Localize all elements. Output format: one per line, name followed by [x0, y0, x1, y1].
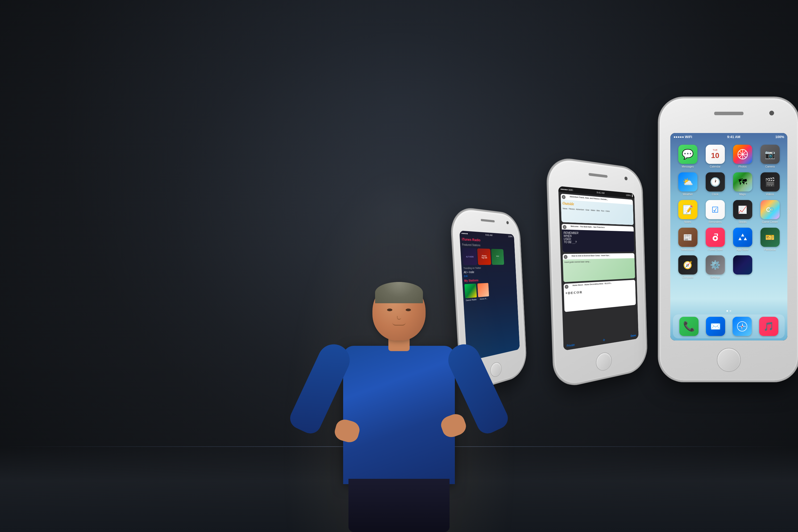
app-gamecenter[interactable]: Game Center — [756, 198, 784, 226]
tab-preview-outside: Outside News · Fitness · Adventure · Gea… — [561, 199, 633, 225]
app-newsstand[interactable]: 📰 Newsstand — [674, 226, 701, 253]
app-label-messages: Messages — [682, 165, 694, 168]
dock-icon-mail: ✉️ — [706, 317, 725, 336]
tab-close-everest[interactable]: ✕ — [564, 255, 567, 259]
presenter-nose — [397, 316, 401, 320]
app-icon-settings: ⚙️ — [706, 255, 725, 274]
safari-battery: 100% ▐ — [626, 194, 633, 197]
safari-tab-elle[interactable]: ✕ Home Decor - Home Decorating Ideas - E… — [564, 280, 636, 312]
app-itunes[interactable]: iTunes Store — [701, 226, 729, 253]
app-icon-reminders: ☑ — [706, 200, 725, 219]
app-settings[interactable]: ⚙️ Settings — [701, 253, 729, 281]
app-icon-photos — [733, 145, 752, 164]
app-label-maps: Maps — [739, 193, 746, 196]
tab-title-everest: How to trek to Everest Base Camp - trave… — [572, 254, 633, 257]
itunes-icon-svg — [709, 231, 721, 243]
app-photos[interactable]: Photos — [729, 142, 756, 170]
app-label-notes: Notes — [684, 221, 691, 224]
app-icon-gamecenter — [760, 200, 780, 219]
dock-music[interactable]: 🎵 — [759, 317, 778, 336]
ios-signal: ●●●●● WiFi — [673, 135, 692, 139]
app-label-calendar: Calendar — [710, 165, 721, 168]
app-icon-maps: 🗺 — [733, 172, 752, 191]
dock-icon-music: 🎵 — [759, 317, 778, 336]
person-body — [319, 292, 479, 532]
app-icon-galaxy — [733, 255, 752, 274]
app-icon-passbook: 🎫 — [760, 228, 780, 247]
safari-signal: ●●●●● WiFi — [560, 188, 573, 192]
phone-speaker-left-near — [589, 173, 608, 178]
dock-icon-safari — [733, 317, 752, 336]
app-label-passbook: Passbook — [764, 248, 776, 251]
presenter-mouth — [392, 322, 406, 326]
app-appstore[interactable]: App Store — [729, 226, 756, 253]
app-label-compass: Compass — [682, 276, 693, 279]
safari-time: 9:41 AM — [597, 191, 605, 194]
safari-done[interactable]: Done — [631, 334, 636, 337]
app-icon-camera: 📷 — [760, 145, 780, 164]
safari-private[interactable]: Private — [567, 343, 575, 347]
app-label-stocks: Stocks — [738, 221, 746, 224]
app-icon-videos: 🎬 — [760, 172, 780, 191]
app-icon-empty — [760, 255, 780, 274]
tab-close-outside[interactable]: ✕ — [562, 195, 566, 199]
phone-speaker-center — [714, 112, 743, 115]
safari-plus[interactable]: + — [603, 337, 605, 343]
tab-preview-everest: travel guide everest base camp... — [563, 258, 635, 282]
phone-screen-left-near: ●●●●● WiFi 9:41 AM 100% ▐ ✕ Adventure Tr… — [558, 186, 639, 350]
app-galaxy-bg — [729, 253, 756, 281]
app-empty — [756, 253, 784, 281]
app-notes[interactable]: 📝 Notes — [674, 198, 701, 226]
app-compass[interactable]: 🧭 Compass — [674, 253, 701, 281]
app-reminders[interactable]: ☑ Reminders — [701, 198, 729, 226]
app-label-weather: Weather — [683, 193, 693, 196]
app-clock[interactable]: 🕐 Clock — [701, 170, 729, 198]
app-icon-stocks: 📈 — [733, 200, 752, 219]
svg-point-15 — [742, 326, 743, 327]
phone-screen-center: ●●●●● WiFi 9:41 AM 100% 💬 Messages — [670, 133, 787, 341]
phone-camera-left-near — [625, 177, 628, 180]
phone-home-center — [717, 348, 741, 372]
dot-1 — [726, 310, 728, 312]
safari-tab-bolditalic[interactable]: ✕ Welcome - The Bold Italic - San Franci… — [562, 224, 634, 252]
safari-tab-outside[interactable]: ✕ Adventure Travel, Gear, and Fitness | … — [561, 194, 633, 225]
tab-close-bolditalic[interactable]: ✕ — [563, 225, 567, 229]
dock-phone[interactable]: 📞 — [679, 317, 699, 336]
ios-app-grid: 💬 Messages TUE 10 Calendar — [670, 140, 787, 283]
ios-time: 9:41 AM — [727, 135, 740, 139]
app-icon-appstore — [733, 228, 752, 247]
app-calendar[interactable]: TUE 10 Calendar — [701, 142, 729, 170]
phone-left-near: ●●●●● WiFi 9:41 AM 100% ▐ ✕ Adventure Tr… — [548, 157, 646, 387]
app-weather[interactable]: ⛅ Weather — [674, 170, 701, 198]
app-icon-clock: 🕐 — [706, 172, 725, 191]
presenter-shirt — [343, 346, 455, 484]
app-label-camera: Camera — [765, 165, 775, 168]
presenter-figure — [292, 240, 506, 532]
app-label-reminders: Reminders — [709, 221, 721, 224]
photos-icon-svg — [737, 148, 748, 160]
app-maps[interactable]: 🗺 Maps — [729, 170, 756, 198]
svg-marker-12 — [742, 323, 743, 326]
app-label-gamecenter: Game Center — [762, 221, 778, 224]
safari-dock-svg — [736, 321, 748, 332]
safari-tab-everest[interactable]: ✕ How to trek to Everest Base Camp - tra… — [563, 253, 635, 282]
dock-mail[interactable]: ✉️ — [706, 317, 725, 336]
app-passbook[interactable]: 🎫 Passbook — [756, 226, 784, 253]
app-icon-calendar: TUE 10 — [706, 145, 725, 164]
presenter-eye-left — [387, 308, 392, 311]
app-icon-itunes — [706, 228, 725, 247]
dock-safari[interactable] — [733, 317, 752, 336]
app-messages[interactable]: 💬 Messages — [674, 142, 701, 170]
app-label-videos: Videos — [766, 193, 774, 196]
ios-page-dots — [670, 310, 787, 312]
phone-center: ●●●●● WiFi 9:41 AM 100% 💬 Messages — [660, 98, 798, 380]
app-stocks[interactable]: 📈 Stocks — [729, 198, 756, 226]
app-camera[interactable]: 📷 Camera — [756, 142, 784, 170]
app-videos[interactable]: 🎬 Videos — [756, 170, 784, 198]
app-icon-compass: 🧭 — [678, 255, 698, 274]
app-icon-newsstand: 📰 — [678, 228, 698, 247]
presenter-eye-right — [406, 308, 411, 311]
tab-close-elle[interactable]: ✕ — [565, 285, 568, 289]
tab-title-bolditalic: Welcome - The Bold Italic - San Francisc… — [571, 225, 633, 229]
tab-preview-bold: REMEMBERWHENUSEDTO BE __? — [562, 230, 634, 252]
